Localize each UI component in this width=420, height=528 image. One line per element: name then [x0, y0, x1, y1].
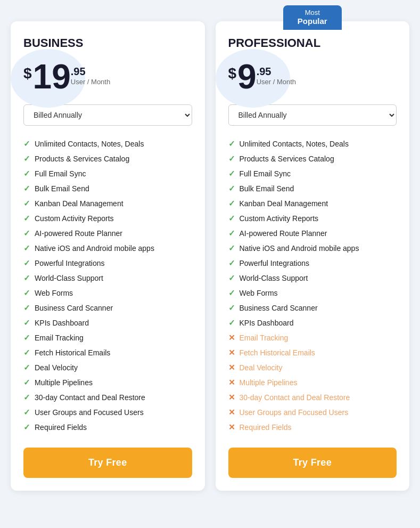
business-plan-card: BUSINESS $ 19 .95 User / Month Billed An… — [11, 21, 205, 491]
list-item: ✓Bulk Email Send — [23, 181, 192, 196]
professional-price-period: User / Month — [257, 78, 296, 86]
business-price-period: User / Month — [71, 78, 110, 86]
list-item: ✕Multiple Pipelines — [228, 375, 397, 390]
list-item: ✓Business Card Scanner — [228, 300, 397, 315]
professional-price-right: .95 User / Month — [257, 65, 296, 86]
check-icon: ✓ — [228, 199, 235, 208]
list-item: ✓Full Email Sync — [228, 166, 397, 181]
list-item: ✓AI-powered Route Planner — [23, 226, 192, 241]
check-icon: ✓ — [228, 229, 235, 238]
check-icon: ✓ — [228, 184, 235, 193]
list-item: ✓KPIs Dashboard — [23, 315, 192, 330]
list-item: ✕Fetch Historical Emails — [228, 345, 397, 360]
check-icon: ✓ — [228, 258, 235, 268]
business-price-right: .95 User / Month — [71, 65, 110, 86]
check-icon: ✓ — [228, 243, 235, 253]
list-item: ✓KPIs Dashboard — [228, 315, 397, 330]
check-icon: ✓ — [23, 243, 30, 253]
check-icon: ✓ — [228, 139, 235, 149]
list-item: ✓Native iOS and Android mobile apps — [23, 241, 192, 256]
list-item: ✓AI-powered Route Planner — [228, 226, 397, 241]
business-price-dollar: $ — [23, 65, 32, 82]
most-popular-line2: Popular — [295, 17, 330, 26]
check-icon: ✓ — [23, 154, 30, 164]
check-icon: ✓ — [23, 318, 30, 328]
business-price-section: $ 19 .95 User / Month — [23, 60, 192, 94]
check-icon: ✓ — [23, 258, 30, 268]
check-icon: ✓ — [23, 348, 30, 358]
check-icon: ✓ — [228, 288, 235, 298]
check-icon: ✓ — [23, 199, 30, 208]
list-item: ✓Deal Velocity — [23, 360, 192, 375]
check-icon: ✓ — [228, 169, 235, 178]
most-popular-badge: Most Popular — [283, 5, 342, 30]
check-icon: ✓ — [228, 273, 235, 283]
professional-price-section: $ 9 .95 User / Month — [228, 60, 397, 94]
list-item: ✓Fetch Historical Emails — [23, 345, 192, 360]
check-icon: ✓ — [228, 154, 235, 164]
check-icon: ✓ — [23, 139, 30, 149]
business-try-free-button[interactable]: Try Free — [23, 448, 192, 478]
list-item: ✓Kanban Deal Management — [228, 196, 397, 211]
list-item: ✕30-day Contact and Deal Restore — [228, 390, 397, 405]
list-item: ✓Custom Activity Reports — [23, 211, 192, 226]
pricing-grid: BUSINESS $ 19 .95 User / Month Billed An… — [11, 5, 409, 512]
list-item: ✓Unlimited Contacts, Notes, Deals — [23, 136, 192, 151]
check-icon: ✓ — [23, 408, 30, 417]
business-plan-title: BUSINESS — [23, 36, 192, 50]
list-item: ✓Native iOS and Android mobile apps — [228, 241, 397, 256]
professional-feature-list: ✓Unlimited Contacts, Notes, Deals ✓Produ… — [228, 136, 397, 435]
cross-icon: ✕ — [228, 423, 235, 432]
business-price-main: 19 — [33, 60, 71, 94]
list-item: ✓Powerful Integrations — [228, 256, 397, 271]
check-icon: ✓ — [23, 393, 30, 402]
list-item: ✓30-day Contact and Deal Restore — [23, 390, 192, 405]
professional-plan-card: Most Popular PROFESSIONAL $ 9 .95 User /… — [216, 21, 410, 491]
professional-plan-title: PROFESSIONAL — [228, 36, 397, 50]
check-icon: ✓ — [23, 229, 30, 238]
list-item: ✓World-Class Support — [228, 271, 397, 286]
business-price-cents: .95 — [71, 65, 110, 78]
check-icon: ✓ — [23, 303, 30, 313]
list-item: ✓Multiple Pipelines — [23, 375, 192, 390]
check-icon: ✓ — [23, 378, 30, 387]
professional-price-main: 9 — [237, 60, 257, 94]
list-item: ✓Email Tracking — [23, 330, 192, 345]
check-icon: ✓ — [23, 363, 30, 372]
cross-icon: ✕ — [228, 333, 235, 343]
check-icon: ✓ — [228, 214, 235, 223]
business-billing-select[interactable]: Billed Annually Billed Monthly — [23, 104, 192, 126]
list-item: ✓World-Class Support — [23, 271, 192, 286]
professional-price-cents: .95 — [257, 65, 296, 78]
cross-icon: ✕ — [228, 348, 235, 358]
list-item: ✓Bulk Email Send — [228, 181, 397, 196]
page-wrapper: BUSINESS $ 19 .95 User / Month Billed An… — [0, 0, 420, 528]
list-item: ✕Deal Velocity — [228, 360, 397, 375]
check-icon: ✓ — [23, 423, 30, 432]
list-item: ✓Required Fields — [23, 420, 192, 435]
list-item: ✕User Groups and Focused Users — [228, 405, 397, 420]
business-feature-list: ✓Unlimited Contacts, Notes, Deals ✓Produ… — [23, 136, 192, 435]
list-item: ✕Required Fields — [228, 420, 397, 435]
cross-icon: ✕ — [228, 393, 235, 402]
check-icon: ✓ — [23, 333, 30, 343]
list-item: ✓Products & Services Catalog — [23, 151, 192, 166]
professional-try-free-button[interactable]: Try Free — [228, 448, 397, 478]
list-item: ✓Powerful Integrations — [23, 256, 192, 271]
check-icon: ✓ — [23, 273, 30, 283]
list-item: ✓Web Forms — [23, 286, 192, 300]
check-icon: ✓ — [23, 288, 30, 298]
list-item: ✓Full Email Sync — [23, 166, 192, 181]
cross-icon: ✕ — [228, 378, 235, 387]
list-item: ✓Kanban Deal Management — [23, 196, 192, 211]
check-icon: ✓ — [23, 184, 30, 193]
check-icon: ✓ — [228, 303, 235, 313]
check-icon: ✓ — [228, 318, 235, 328]
list-item: ✓Business Card Scanner — [23, 300, 192, 315]
list-item: ✕Email Tracking — [228, 330, 397, 345]
check-icon: ✓ — [23, 214, 30, 223]
list-item: ✓User Groups and Focused Users — [23, 405, 192, 420]
most-popular-line1: Most — [305, 9, 320, 17]
professional-billing-select[interactable]: Billed Annually Billed Monthly — [228, 104, 397, 126]
cross-icon: ✕ — [228, 363, 235, 372]
